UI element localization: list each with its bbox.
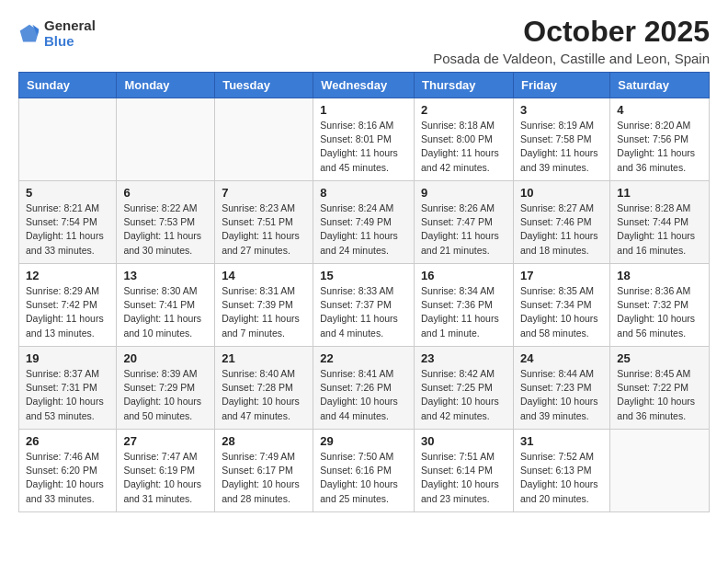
logo-blue-text: Blue [44,34,96,50]
page-header: General Blue October 2025 Posada de Vald… [18,15,710,66]
day-number: 8 [320,186,407,200]
day-info: Sunrise: 7:46 AM Sunset: 6:20 PM Dayligh… [26,450,109,506]
weekday-wednesday: Wednesday [313,73,415,98]
calendar-week-1: 1Sunrise: 8:16 AM Sunset: 8:01 PM Daylig… [19,98,710,181]
day-info: Sunrise: 8:18 AM Sunset: 8:00 PM Dayligh… [421,119,506,175]
day-info: Sunrise: 8:42 AM Sunset: 7:25 PM Dayligh… [421,367,506,423]
weekday-tuesday: Tuesday [215,73,313,98]
calendar-cell [215,98,313,181]
day-number: 31 [520,434,603,448]
calendar-cell [19,98,117,181]
day-number: 24 [520,351,603,365]
day-info: Sunrise: 7:47 AM Sunset: 6:19 PM Dayligh… [123,450,208,506]
calendar-cell: 21Sunrise: 8:40 AM Sunset: 7:28 PM Dayli… [215,347,313,430]
calendar-cell: 25Sunrise: 8:45 AM Sunset: 7:22 PM Dayli… [610,347,710,430]
calendar-cell: 8Sunrise: 8:24 AM Sunset: 7:49 PM Daylig… [313,181,415,264]
day-number: 26 [26,434,109,448]
day-number: 2 [421,103,506,117]
day-info: Sunrise: 7:50 AM Sunset: 6:16 PM Dayligh… [320,450,407,506]
weekday-saturday: Saturday [610,73,710,98]
calendar-cell: 15Sunrise: 8:33 AM Sunset: 7:37 PM Dayli… [313,264,415,347]
day-info: Sunrise: 8:26 AM Sunset: 7:47 PM Dayligh… [421,201,506,258]
calendar-cell: 2Sunrise: 8:18 AM Sunset: 8:00 PM Daylig… [415,98,514,181]
day-number: 15 [320,269,407,282]
calendar-cell: 4Sunrise: 8:20 AM Sunset: 7:56 PM Daylig… [610,98,710,181]
calendar-cell: 13Sunrise: 8:30 AM Sunset: 7:41 PM Dayli… [117,264,215,347]
calendar-cell [610,430,710,512]
day-info: Sunrise: 8:34 AM Sunset: 7:36 PM Dayligh… [421,284,506,340]
calendar-cell: 17Sunrise: 8:35 AM Sunset: 7:34 PM Dayli… [513,264,609,347]
day-info: Sunrise: 8:31 AM Sunset: 7:39 PM Dayligh… [222,284,306,340]
day-number: 30 [421,434,506,448]
calendar-cell: 12Sunrise: 8:29 AM Sunset: 7:42 PM Dayli… [19,264,117,347]
page-subtitle: Posada de Valdeon, Castille and Leon, Sp… [433,51,710,66]
calendar-cell: 7Sunrise: 8:23 AM Sunset: 7:51 PM Daylig… [215,181,313,264]
calendar-week-4: 19Sunrise: 8:37 AM Sunset: 7:31 PM Dayli… [19,347,710,430]
logo-general-text: General [44,18,96,34]
calendar-cell: 19Sunrise: 8:37 AM Sunset: 7:31 PM Dayli… [19,347,117,430]
logo-icon [18,23,40,45]
calendar-cell: 24Sunrise: 8:44 AM Sunset: 7:23 PM Dayli… [513,347,609,430]
day-info: Sunrise: 8:36 AM Sunset: 7:32 PM Dayligh… [617,284,702,340]
calendar-cell: 14Sunrise: 8:31 AM Sunset: 7:39 PM Dayli… [215,264,313,347]
calendar-cell: 3Sunrise: 8:19 AM Sunset: 7:58 PM Daylig… [513,98,609,181]
day-info: Sunrise: 8:24 AM Sunset: 7:49 PM Dayligh… [320,201,407,258]
day-info: Sunrise: 7:51 AM Sunset: 6:14 PM Dayligh… [421,450,506,506]
day-number: 27 [123,434,208,448]
day-info: Sunrise: 8:35 AM Sunset: 7:34 PM Dayligh… [520,284,603,340]
weekday-sunday: Sunday [19,73,117,98]
day-info: Sunrise: 8:19 AM Sunset: 7:58 PM Dayligh… [520,119,603,175]
day-number: 21 [222,351,306,365]
day-info: Sunrise: 8:40 AM Sunset: 7:28 PM Dayligh… [222,367,306,423]
day-info: Sunrise: 8:33 AM Sunset: 7:37 PM Dayligh… [320,284,407,340]
calendar-cell: 27Sunrise: 7:47 AM Sunset: 6:19 PM Dayli… [117,430,215,512]
day-number: 9 [421,186,506,200]
day-number: 7 [222,186,306,200]
page-title: October 2025 [433,15,710,49]
calendar-cell: 31Sunrise: 7:52 AM Sunset: 6:13 PM Dayli… [513,430,609,512]
day-info: Sunrise: 8:41 AM Sunset: 7:26 PM Dayligh… [320,367,407,423]
calendar-cell: 18Sunrise: 8:36 AM Sunset: 7:32 PM Dayli… [610,264,710,347]
calendar-week-3: 12Sunrise: 8:29 AM Sunset: 7:42 PM Dayli… [19,264,710,347]
calendar-cell: 22Sunrise: 8:41 AM Sunset: 7:26 PM Dayli… [313,347,415,430]
calendar-cell: 16Sunrise: 8:34 AM Sunset: 7:36 PM Dayli… [415,264,514,347]
calendar-body: 1Sunrise: 8:16 AM Sunset: 8:01 PM Daylig… [19,98,710,512]
calendar-cell: 20Sunrise: 8:39 AM Sunset: 7:29 PM Dayli… [117,347,215,430]
day-number: 12 [26,269,109,282]
day-number: 1 [320,103,407,117]
weekday-thursday: Thursday [415,73,514,98]
day-info: Sunrise: 8:30 AM Sunset: 7:41 PM Dayligh… [123,284,208,340]
day-info: Sunrise: 8:29 AM Sunset: 7:42 PM Dayligh… [26,284,109,340]
day-info: Sunrise: 8:20 AM Sunset: 7:56 PM Dayligh… [617,119,702,175]
day-number: 14 [222,269,306,282]
calendar-week-5: 26Sunrise: 7:46 AM Sunset: 6:20 PM Dayli… [19,430,710,512]
day-number: 5 [26,186,109,200]
day-number: 18 [617,269,702,282]
day-number: 28 [222,434,306,448]
calendar-cell: 1Sunrise: 8:16 AM Sunset: 8:01 PM Daylig… [313,98,415,181]
calendar-cell: 5Sunrise: 8:21 AM Sunset: 7:54 PM Daylig… [19,181,117,264]
calendar-cell: 29Sunrise: 7:50 AM Sunset: 6:16 PM Dayli… [313,430,415,512]
day-number: 11 [617,186,702,200]
day-number: 16 [421,269,506,282]
day-info: Sunrise: 7:52 AM Sunset: 6:13 PM Dayligh… [520,450,603,506]
day-info: Sunrise: 8:28 AM Sunset: 7:44 PM Dayligh… [617,201,702,258]
calendar-cell: 6Sunrise: 8:22 AM Sunset: 7:53 PM Daylig… [117,181,215,264]
calendar-week-2: 5Sunrise: 8:21 AM Sunset: 7:54 PM Daylig… [19,181,710,264]
day-info: Sunrise: 8:39 AM Sunset: 7:29 PM Dayligh… [123,367,208,423]
calendar-table: SundayMondayTuesdayWednesdayThursdayFrid… [18,72,710,512]
day-number: 4 [617,103,702,117]
calendar-cell: 23Sunrise: 8:42 AM Sunset: 7:25 PM Dayli… [415,347,514,430]
day-number: 20 [123,351,208,365]
day-number: 10 [520,186,603,200]
weekday-monday: Monday [117,73,215,98]
day-number: 25 [617,351,702,365]
day-info: Sunrise: 8:16 AM Sunset: 8:01 PM Dayligh… [320,119,407,175]
day-number: 29 [320,434,407,448]
day-info: Sunrise: 8:23 AM Sunset: 7:51 PM Dayligh… [222,201,306,258]
day-info: Sunrise: 8:22 AM Sunset: 7:53 PM Dayligh… [123,201,208,258]
day-info: Sunrise: 7:49 AM Sunset: 6:17 PM Dayligh… [222,450,306,506]
day-number: 17 [520,269,603,282]
day-number: 6 [123,186,208,200]
weekday-friday: Friday [513,73,609,98]
